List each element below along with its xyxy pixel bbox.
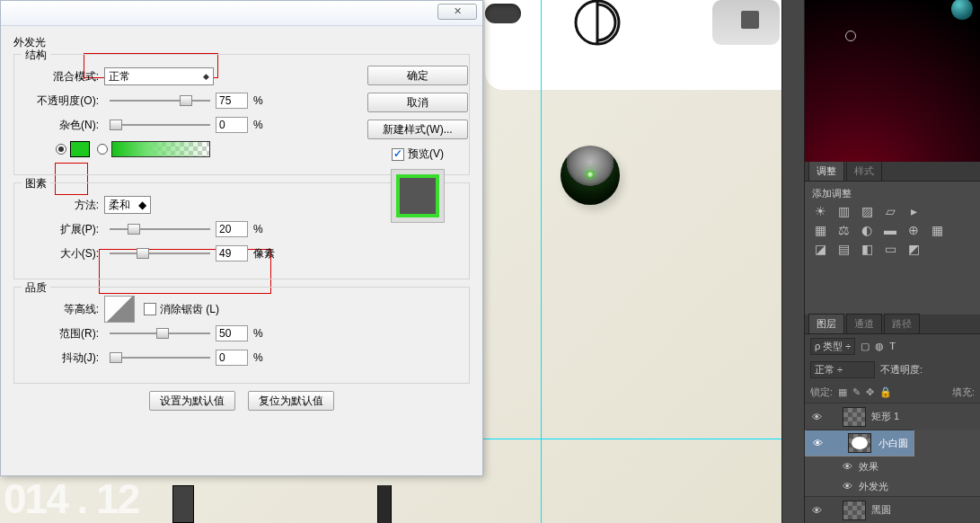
- color-radio[interactable]: [56, 144, 66, 155]
- layer-row[interactable]: 👁 矩形 1: [805, 403, 980, 430]
- lock-pixels-icon[interactable]: ▦: [838, 386, 847, 398]
- layer-effect-item[interactable]: 👁 外发光: [805, 476, 980, 496]
- color-current-icon: [951, 0, 973, 20]
- unit-label: %: [253, 351, 263, 364]
- contour-label: 等高线:: [25, 302, 104, 317]
- curves-icon[interactable]: ▨: [859, 205, 875, 219]
- brightness-icon[interactable]: ☀: [812, 205, 828, 219]
- noise-slider[interactable]: [110, 118, 210, 132]
- layer-name[interactable]: 矩形 1: [871, 410, 899, 423]
- tool-column[interactable]: [781, 0, 805, 523]
- bw-icon[interactable]: ◐: [859, 224, 875, 238]
- adjust-icon-row: ◪▤◧▭◩: [812, 243, 973, 257]
- opacity-label: 不透明度(O):: [25, 93, 104, 109]
- spread-input[interactable]: 20: [216, 221, 248, 237]
- gradient-radio[interactable]: [97, 144, 108, 155]
- unit-label: %: [253, 94, 263, 107]
- opacity-label: 不透明度:: [880, 363, 923, 377]
- visibility-icon[interactable]: 👁: [810, 412, 823, 422]
- dialog-titlebar[interactable]: ✕: [1, 1, 482, 26]
- layer-row[interactable]: 👁 黑圆: [805, 496, 980, 523]
- guide-horizontal[interactable]: [431, 439, 781, 439]
- lut-icon[interactable]: ▦: [929, 224, 945, 238]
- layer-row[interactable]: 👁 小白圆: [805, 430, 914, 457]
- opacity-slider[interactable]: [110, 93, 210, 108]
- threshold-icon[interactable]: ◧: [859, 243, 875, 257]
- antialias-checkbox[interactable]: [144, 303, 156, 315]
- vibrance-icon[interactable]: ▦: [812, 224, 828, 238]
- lock-brush-icon[interactable]: ✎: [852, 386, 861, 398]
- unit-label: 像素: [253, 246, 275, 262]
- lock-all-icon[interactable]: 🔒: [879, 386, 892, 398]
- reset-default-button[interactable]: 复位为默认值: [248, 391, 334, 411]
- picker-cursor-icon: [845, 31, 856, 41]
- selective-icon[interactable]: ◩: [905, 243, 922, 257]
- filter-type-icon[interactable]: T: [889, 341, 896, 351]
- gradient-picker[interactable]: [111, 141, 210, 157]
- circle-split-icon: [570, 0, 624, 49]
- tab-styles[interactable]: 样式: [846, 161, 882, 181]
- size-slider[interactable]: [110, 246, 210, 261]
- layer-thumb[interactable]: [843, 407, 866, 427]
- adjust-icon-row: ▦⚖◐▬⊕▦: [812, 224, 973, 238]
- arrow-icon[interactable]: ▸: [905, 205, 922, 219]
- blend-mode-select[interactable]: 正常◆: [104, 67, 214, 85]
- noise-label: 杂色(N):: [25, 118, 104, 133]
- balance-icon[interactable]: ⚖: [835, 224, 852, 238]
- visibility-icon[interactable]: 👁: [810, 505, 823, 516]
- tab-adjust[interactable]: 调整: [808, 161, 844, 181]
- layer-thumb[interactable]: [848, 433, 871, 453]
- ok-button[interactable]: 确定: [367, 66, 468, 85]
- photo-filter-icon[interactable]: ▬: [882, 224, 898, 238]
- tab-channels[interactable]: 通道: [846, 314, 882, 333]
- range-input[interactable]: 50: [216, 325, 248, 341]
- fill-label: 填充:: [952, 386, 975, 399]
- gradient-map-icon[interactable]: ▭: [882, 243, 898, 257]
- size-input[interactable]: 49: [216, 245, 248, 262]
- antialias-label: 消除锯齿 (L): [160, 302, 219, 317]
- invert-icon[interactable]: ◪: [812, 243, 828, 257]
- noise-input[interactable]: 0: [216, 117, 248, 133]
- visibility-icon[interactable]: 👁: [841, 461, 853, 472]
- contour-picker[interactable]: [104, 296, 135, 323]
- tab-layers[interactable]: 图层: [808, 314, 844, 333]
- watermark-text: 014 . 12: [0, 474, 138, 523]
- layer-name[interactable]: 小白圆: [878, 437, 908, 450]
- jitter-input[interactable]: 0: [216, 350, 248, 366]
- range-slider[interactable]: [110, 326, 210, 341]
- levels-icon[interactable]: ▥: [835, 205, 852, 219]
- guide-vertical[interactable]: [541, 0, 542, 523]
- layer-thumb[interactable]: [843, 501, 866, 520]
- layer-name[interactable]: 黑圆: [871, 503, 891, 517]
- lock-label: 锁定:: [810, 386, 833, 399]
- method-select[interactable]: 柔和◆: [104, 196, 151, 214]
- jitter-slider[interactable]: [110, 350, 210, 365]
- section-title: 外发光: [13, 35, 470, 50]
- preview-checkbox[interactable]: [392, 148, 404, 161]
- visibility-icon[interactable]: 👁: [811, 438, 824, 448]
- lock-move-icon[interactable]: ✥: [866, 386, 874, 398]
- preview-ball: [561, 146, 620, 205]
- blend-mode-select[interactable]: 正常÷: [810, 361, 875, 378]
- color-swatch[interactable]: [70, 141, 90, 157]
- dialog-close-button[interactable]: ✕: [437, 4, 477, 20]
- posterize-icon[interactable]: ▤: [835, 243, 852, 257]
- new-style-button[interactable]: 新建样式(W)...: [367, 120, 468, 139]
- layer-style-dialog: ✕ 外发光 结构 混合模式: 正常◆ 不透明度(O): 75 % 杂色(N): …: [0, 0, 483, 476]
- set-default-button[interactable]: 设置为默认值: [149, 391, 235, 411]
- fieldset-legend: 图素: [22, 176, 50, 191]
- fieldset-legend: 品质: [22, 280, 50, 296]
- exposure-icon[interactable]: ▱: [882, 205, 898, 219]
- cancel-button[interactable]: 取消: [367, 93, 468, 112]
- opacity-input[interactable]: 75: [216, 93, 248, 109]
- mixer-icon[interactable]: ⊕: [905, 224, 922, 238]
- filter-image-icon[interactable]: ▢: [861, 341, 870, 352]
- spread-slider[interactable]: [110, 222, 210, 236]
- visibility-icon[interactable]: 👁: [841, 481, 853, 492]
- color-picker[interactable]: [805, 0, 980, 162]
- layer-effects-row[interactable]: 👁 效果: [805, 457, 980, 476]
- tab-paths[interactable]: 路径: [884, 314, 920, 333]
- filter-adjust-icon[interactable]: ◍: [875, 341, 884, 352]
- cube-icon: [741, 11, 759, 29]
- layer-filter-select[interactable]: ρ类型÷: [810, 338, 855, 355]
